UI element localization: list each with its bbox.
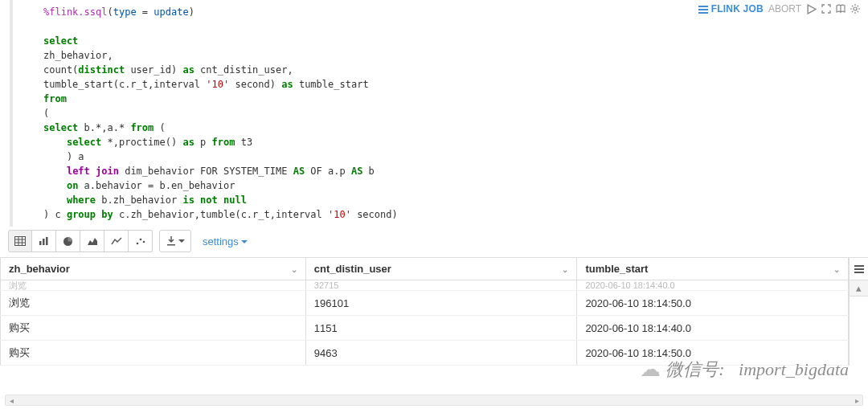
svg-rect-1 (698, 9, 708, 10)
table-row[interactable]: 购买11512020-06-10 18:14:40.0 (1, 316, 849, 341)
view-bar-icon[interactable] (32, 230, 56, 252)
flink-job-link[interactable]: FLINK JOB (698, 3, 764, 14)
chevron-down-icon (178, 239, 185, 246)
result-toolbar: settings (0, 227, 868, 257)
table-cell: 2020-06-10 18:14:40.0 (577, 316, 849, 341)
code-editor[interactable]: %flink.ssql(type = update) select zh_beh… (19, 5, 868, 222)
svg-rect-20 (854, 268, 864, 270)
scroll-right-icon[interactable]: ▸ (851, 396, 862, 405)
scroll-left-icon[interactable]: ◂ (6, 396, 17, 405)
view-pie-icon[interactable] (56, 230, 80, 252)
svg-rect-19 (854, 265, 864, 267)
code-cell: FLINK JOB ABORT %flink.ssql(type = updat… (10, 0, 868, 227)
settings-link[interactable]: settings (203, 235, 248, 247)
view-table-icon[interactable] (8, 230, 32, 252)
sort-icon[interactable]: ⌄ (562, 265, 568, 274)
table-cell: 196101 (305, 291, 577, 316)
view-line-icon[interactable] (104, 230, 129, 252)
table-cell: 1151 (305, 316, 577, 341)
table-cell: 2020-06-10 18:14:50.0 (577, 341, 849, 366)
table-row[interactable]: 浏览327152020-06-10 18:14:40.0 (1, 280, 849, 291)
result-table: zh_behavior⌄ cnt_distin_user⌄ tumble_sta… (0, 258, 849, 366)
cell-actions: FLINK JOB ABORT (698, 3, 860, 14)
hamburger-icon[interactable] (850, 258, 868, 280)
table-cell: 2020-06-10 18:14:50.0 (577, 291, 849, 316)
table-cell: 浏览 (1, 280, 306, 291)
table-cell: 9463 (305, 341, 577, 366)
result-table-wrap: zh_behavior⌄ cnt_distin_user⌄ tumble_sta… (0, 257, 868, 366)
svg-marker-14 (88, 238, 97, 245)
table-cell: 浏览 (1, 291, 306, 316)
table-cell: 购买 (1, 316, 306, 341)
sort-icon[interactable]: ⌄ (291, 265, 297, 274)
table-row[interactable]: 浏览1961012020-06-10 18:14:50.0 (1, 291, 849, 316)
svg-rect-2 (698, 12, 708, 14)
svg-rect-11 (43, 239, 45, 245)
play-icon[interactable] (806, 4, 817, 14)
sort-icon[interactable]: ⌄ (833, 265, 840, 274)
svg-point-17 (142, 241, 145, 243)
gear-icon[interactable] (850, 4, 860, 14)
col-header[interactable]: tumble_start⌄ (577, 258, 849, 280)
chevron-down-icon (241, 240, 248, 247)
abort-button[interactable]: ABORT (768, 3, 801, 14)
table-cell: 购买 (1, 341, 306, 366)
svg-point-4 (854, 7, 857, 10)
table-row[interactable]: 购买94632020-06-10 18:14:50.0 (1, 341, 849, 366)
view-area-icon[interactable] (80, 230, 104, 252)
col-header[interactable]: zh_behavior⌄ (1, 258, 306, 280)
download-button[interactable] (159, 230, 191, 252)
svg-rect-18 (167, 244, 175, 246)
fullscreen-icon[interactable] (821, 4, 831, 14)
svg-rect-12 (46, 237, 48, 245)
svg-marker-3 (808, 5, 816, 14)
book-icon[interactable] (836, 4, 845, 14)
table-cell: 2020-06-10 18:14:40.0 (577, 280, 849, 291)
table-cell: 32715 (305, 280, 577, 291)
svg-point-15 (136, 243, 138, 245)
svg-rect-21 (854, 272, 864, 273)
svg-point-16 (139, 239, 141, 241)
col-header[interactable]: cnt_distin_user⌄ (305, 258, 577, 280)
scroll-up-icon[interactable]: ▴ (850, 280, 868, 297)
view-scatter-icon[interactable] (129, 230, 153, 252)
svg-rect-10 (39, 241, 42, 245)
horizontal-scrollbar[interactable]: ◂ ▸ (5, 395, 863, 406)
svg-rect-0 (698, 6, 708, 7)
svg-rect-5 (15, 237, 26, 246)
